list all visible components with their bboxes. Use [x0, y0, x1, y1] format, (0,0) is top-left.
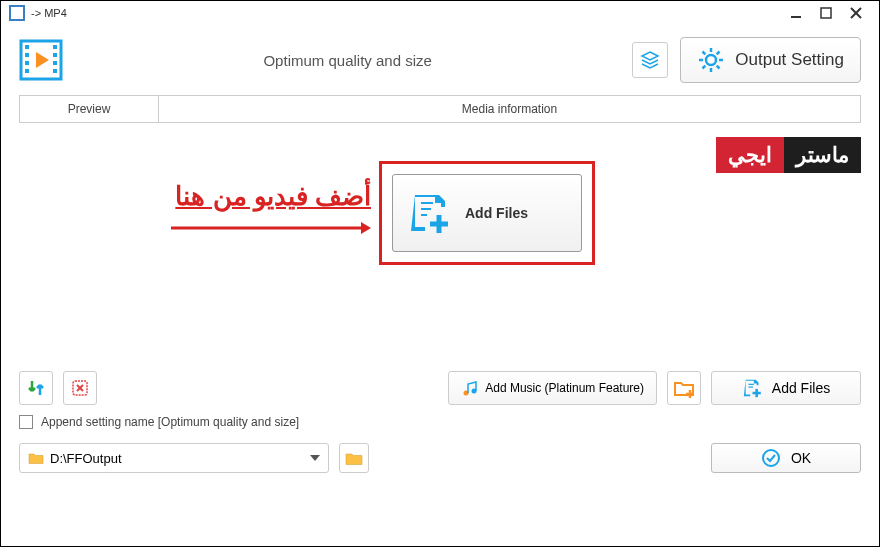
svg-marker-25: [361, 222, 371, 234]
gear-icon: [697, 46, 725, 74]
check-circle-icon: [761, 448, 781, 468]
add-files-icon: [409, 191, 453, 235]
bottom-toolbar: Add Music (Platinum Feature) Add Files: [1, 371, 879, 405]
add-files-button[interactable]: Add Files: [711, 371, 861, 405]
layers-icon: [639, 49, 661, 71]
add-files-label: Add Files: [772, 380, 830, 396]
folder-open-icon: [345, 450, 363, 466]
watermark: ايجي ماستر: [716, 137, 861, 173]
svg-rect-9: [53, 45, 57, 49]
delete-icon: [70, 378, 90, 398]
svg-rect-11: [53, 61, 57, 65]
window-controls: [781, 3, 871, 23]
svg-point-43: [763, 450, 779, 466]
svg-rect-7: [25, 61, 29, 65]
folder-icon: [28, 451, 44, 465]
output-path-text: D:\FFOutput: [50, 451, 122, 466]
content-area: ايجي ماستر أضف فيديو من هنا Add Files: [19, 131, 861, 371]
svg-line-20: [703, 52, 706, 55]
ok-label: OK: [791, 450, 811, 466]
delete-button[interactable]: [63, 371, 97, 405]
app-icon: [9, 5, 25, 21]
checkbox-row: Append setting name [Optimum quality and…: [1, 415, 879, 429]
output-setting-label: Output Setting: [735, 50, 844, 70]
ok-button[interactable]: OK: [711, 443, 861, 473]
window-titlebar: -> MP4: [1, 1, 879, 25]
chevron-down-icon: [310, 455, 320, 461]
close-icon: [849, 6, 863, 20]
minimize-icon: [789, 6, 803, 20]
minimize-button[interactable]: [781, 3, 811, 23]
annotation-text: أضف فيديو من هنا: [81, 181, 371, 212]
add-files-main-button[interactable]: Add Files: [392, 174, 582, 252]
annotation: أضف فيديو من هنا: [81, 181, 371, 238]
svg-rect-12: [53, 69, 57, 73]
close-button[interactable]: [841, 3, 871, 23]
arrow-icon: [171, 218, 371, 238]
svg-marker-13: [36, 52, 49, 68]
svg-rect-8: [25, 69, 29, 73]
svg-line-22: [703, 66, 706, 69]
quality-label: Optimum quality and size: [75, 52, 620, 69]
titlebar-left: -> MP4: [9, 5, 67, 21]
layers-button[interactable]: [632, 42, 668, 78]
add-music-label: Add Music (Platinum Feature): [485, 381, 644, 395]
svg-rect-6: [25, 53, 29, 57]
browse-folder-button[interactable]: [339, 443, 369, 473]
swap-icon: [26, 378, 46, 398]
top-section: Optimum quality and size Output Setting: [1, 25, 879, 95]
swap-button[interactable]: [19, 371, 53, 405]
watermark-red: ايجي: [716, 137, 784, 173]
svg-marker-42: [310, 455, 320, 461]
svg-rect-5: [25, 45, 29, 49]
add-music-button[interactable]: Add Music (Platinum Feature): [448, 371, 657, 405]
window-title: -> MP4: [31, 7, 67, 19]
append-setting-checkbox[interactable]: [19, 415, 33, 429]
output-path-row: D:\FFOutput OK: [1, 443, 879, 473]
film-icon: [19, 39, 63, 81]
svg-point-15: [706, 55, 716, 65]
svg-line-23: [717, 52, 720, 55]
add-files-small-icon: [742, 377, 764, 399]
tab-preview[interactable]: Preview: [19, 95, 159, 122]
svg-line-21: [717, 66, 720, 69]
svg-rect-1: [821, 8, 831, 18]
maximize-icon: [819, 6, 833, 20]
tabs-row: Preview Media information: [19, 95, 861, 123]
add-files-highlighted: Add Files: [379, 161, 595, 265]
add-files-main-label: Add Files: [465, 205, 528, 221]
output-path-dropdown[interactable]: D:\FFOutput: [19, 443, 329, 473]
tab-media-information[interactable]: Media information: [159, 95, 861, 122]
svg-rect-10: [53, 53, 57, 57]
add-folder-icon: [673, 377, 695, 399]
add-folder-button[interactable]: [667, 371, 701, 405]
maximize-button[interactable]: [811, 3, 841, 23]
music-icon: [461, 379, 479, 397]
svg-marker-14: [642, 52, 658, 60]
output-setting-button[interactable]: Output Setting: [680, 37, 861, 83]
append-setting-label: Append setting name [Optimum quality and…: [41, 415, 299, 429]
watermark-black: ماستر: [784, 137, 861, 173]
